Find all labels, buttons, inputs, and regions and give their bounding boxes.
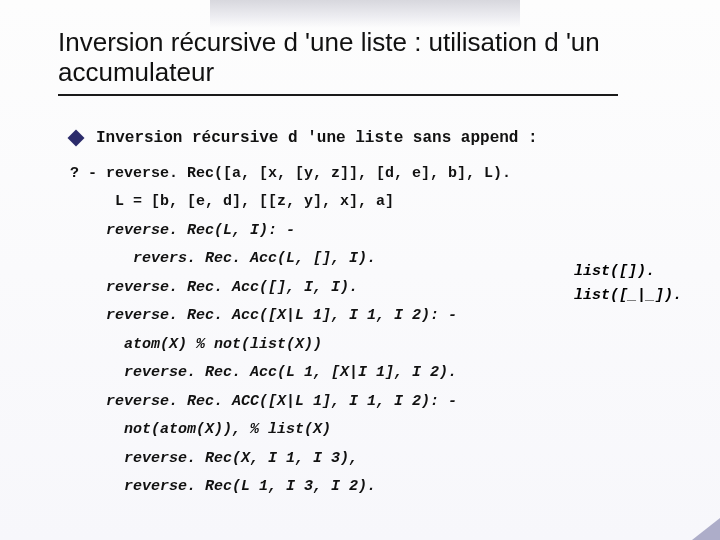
bullet-1: Inversion récursive d 'une liste sans ap… <box>70 128 680 150</box>
query-line-2: L = [b, [e, d], [[z, y], x], a] <box>70 188 680 217</box>
slide-root: Inversion récursive d 'une liste : utili… <box>0 0 720 540</box>
side-line-1: list([]). <box>574 260 682 284</box>
side-line-2: list([_|_]). <box>574 284 682 308</box>
code-line-1: reverse. Rec(L, I): - <box>70 217 680 246</box>
diamond-icon <box>68 130 85 147</box>
bullet-1-text: Inversion récursive d 'une liste sans ap… <box>96 128 538 150</box>
code-line-7: reverse. Rec. ACC([X|L 1], I 1, I 2): - <box>70 388 680 417</box>
slide-body: Inversion récursive d 'une liste sans ap… <box>70 128 680 502</box>
title-underline <box>58 94 618 96</box>
code-line-5: atom(X) % not(list(X)) <box>70 331 680 360</box>
query-line-1: ? - reverse. Rec([a, [x, [y, z]], [d, e]… <box>70 160 680 189</box>
code-line-9: reverse. Rec(X, I 1, I 3), <box>70 445 680 474</box>
code-line-8: not(atom(X)), % list(X) <box>70 416 680 445</box>
corner-fold-icon <box>692 518 720 540</box>
slide-title: Inversion récursive d 'une liste : utili… <box>58 28 680 88</box>
code-line-10: reverse. Rec(L 1, I 3, I 2). <box>70 473 680 502</box>
side-definitions: list([]). list([_|_]). <box>574 260 682 308</box>
top-shadow <box>210 0 520 28</box>
code-line-6: reverse. Rec. Acc(L 1, [X|I 1], I 2). <box>70 359 680 388</box>
title-area: Inversion récursive d 'une liste : utili… <box>58 28 680 96</box>
